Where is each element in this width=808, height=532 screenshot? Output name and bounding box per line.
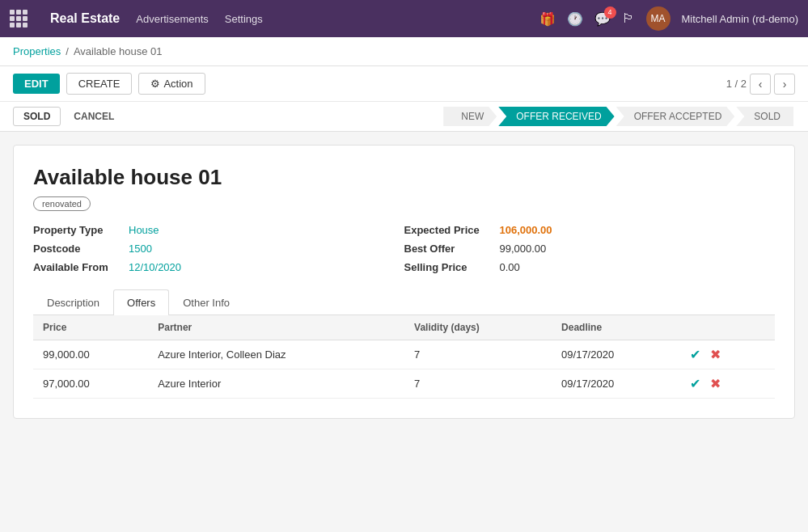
record-tag: renovated <box>33 196 91 211</box>
chat-icon[interactable]: 💬 4 <box>594 11 611 27</box>
best-offer-value: 99,000.00 <box>500 243 547 255</box>
cell-actions-0: ✔ ✖ <box>677 340 775 369</box>
create-button[interactable]: CREATE <box>66 73 133 95</box>
table-row: 99,000.00 Azure Interior, Colleen Diaz 7… <box>33 340 775 369</box>
property-type-value[interactable]: House <box>129 224 159 236</box>
selling-price-row: Selling Price 0.00 <box>404 261 776 273</box>
col-partner: Partner <box>148 315 404 340</box>
breadcrumb-separator: / <box>66 45 69 57</box>
grid-menu-icon[interactable] <box>10 10 27 27</box>
cell-deadline-0: 09/17/2020 <box>552 340 677 369</box>
selling-price-value: 0.00 <box>500 261 520 273</box>
expected-price-label: Expected Price <box>404 224 493 236</box>
cell-actions-1: ✔ ✖ <box>677 369 775 399</box>
edit-button[interactable]: EDIT <box>13 74 60 94</box>
gift-icon[interactable]: 🎁 <box>539 11 556 27</box>
postcode-value[interactable]: 1500 <box>129 243 152 255</box>
action-bar: EDIT CREATE ⚙ Action 1 / 2 ‹ › <box>0 66 808 102</box>
col-price: Price <box>33 315 148 340</box>
nav-advertisements[interactable]: Advertisements <box>136 13 209 25</box>
reject-button-0[interactable]: ✖ <box>707 347 724 362</box>
status-offer-accepted[interactable]: OFFER ACCEPTED <box>616 107 735 126</box>
col-validity: Validity (days) <box>404 315 552 340</box>
field-group-left: Property Type House Postcode 1500 Availa… <box>33 224 404 273</box>
expected-price-row: Expected Price 106,000.00 <box>404 224 776 236</box>
tab-offers[interactable]: Offers <box>113 289 169 315</box>
cell-validity-0: 7 <box>404 340 552 369</box>
nav-settings[interactable]: Settings <box>225 13 263 25</box>
record-title: Available house 01 <box>33 165 775 190</box>
sold-button[interactable]: SOLD <box>13 107 61 126</box>
user-name: Mitchell Admin (rd-demo) <box>682 13 799 25</box>
table-header-row: Price Partner Validity (days) Deadline <box>33 315 775 340</box>
table-row: 97,000.00 Azure Interior 7 09/17/2020 ✔ … <box>33 369 775 399</box>
postcode-row: Postcode 1500 <box>33 243 404 255</box>
cell-partner-0: Azure Interior, Colleen Diaz <box>148 340 404 369</box>
main-content: Available house 01 renovated Property Ty… <box>0 132 808 432</box>
available-from-row: Available From 12/10/2020 <box>33 261 404 273</box>
breadcrumb-current: Available house 01 <box>74 45 163 57</box>
action-label: Action <box>163 78 192 90</box>
accept-button-0[interactable]: ✔ <box>687 347 704 362</box>
navbar-right: 🎁 🕐 💬 4 🏳 MA Mitchell Admin (rd-demo) <box>539 6 799 31</box>
notification-badge: 4 <box>604 6 616 19</box>
property-type-row: Property Type House <box>33 224 404 236</box>
prev-button[interactable]: ‹ <box>750 74 771 95</box>
accept-button-1[interactable]: ✔ <box>687 376 704 391</box>
field-group-right: Expected Price 106,000.00 Best Offer 99,… <box>404 224 776 273</box>
breadcrumb-parent[interactable]: Properties <box>13 45 61 57</box>
breadcrumb: Properties / Available house 01 <box>0 37 808 66</box>
status-pipeline: NEW OFFER RECEIVED OFFER ACCEPTED SOLD <box>443 107 795 126</box>
pagination-info: 1 / 2 <box>726 78 747 90</box>
reject-button-1[interactable]: ✖ <box>707 376 724 391</box>
cell-price-0: 99,000.00 <box>33 340 148 369</box>
cell-partner-1: Azure Interior <box>148 369 404 399</box>
cell-validity-1: 7 <box>404 369 552 399</box>
status-offer-received[interactable]: OFFER RECEIVED <box>498 107 614 126</box>
property-type-label: Property Type <box>33 224 122 236</box>
action-button[interactable]: ⚙ Action <box>138 73 205 95</box>
cell-price-1: 97,000.00 <box>33 369 148 399</box>
pagination: 1 / 2 ‹ › <box>726 74 795 95</box>
offers-table: Price Partner Validity (days) Deadline 9… <box>33 315 775 399</box>
app-name: Real Estate <box>50 11 120 26</box>
clock-icon[interactable]: 🕐 <box>567 11 583 27</box>
record-card: Available house 01 renovated Property Ty… <box>13 145 795 419</box>
next-button[interactable]: › <box>774 74 795 95</box>
postcode-label: Postcode <box>33 243 122 255</box>
navbar-menu: Advertisements Settings <box>136 13 522 25</box>
flag-icon[interactable]: 🏳 <box>622 11 635 26</box>
expected-price-value: 106,000.00 <box>500 224 552 236</box>
best-offer-label: Best Offer <box>404 243 493 255</box>
col-deadline: Deadline <box>552 315 677 340</box>
gear-icon: ⚙ <box>150 78 160 90</box>
best-offer-row: Best Offer 99,000.00 <box>404 243 776 255</box>
cell-deadline-1: 09/17/2020 <box>552 369 677 399</box>
tab-other-info[interactable]: Other Info <box>169 289 243 315</box>
status-new[interactable]: NEW <box>443 107 497 126</box>
tab-description[interactable]: Description <box>33 289 113 315</box>
avatar[interactable]: MA <box>646 6 671 31</box>
navbar: Real Estate Advertisements Settings 🎁 🕐 … <box>0 0 808 37</box>
tabs: Description Offers Other Info <box>33 289 775 315</box>
status-bar: SOLD CANCEL NEW OFFER RECEIVED OFFER ACC… <box>0 102 808 132</box>
status-sold[interactable]: SOLD <box>736 107 793 126</box>
available-from-value[interactable]: 12/10/2020 <box>129 261 181 273</box>
selling-price-label: Selling Price <box>404 261 493 273</box>
col-actions <box>677 315 775 340</box>
cancel-button[interactable]: CANCEL <box>70 108 117 125</box>
available-from-label: Available From <box>33 261 122 273</box>
fields-grid: Property Type House Postcode 1500 Availa… <box>33 224 775 273</box>
